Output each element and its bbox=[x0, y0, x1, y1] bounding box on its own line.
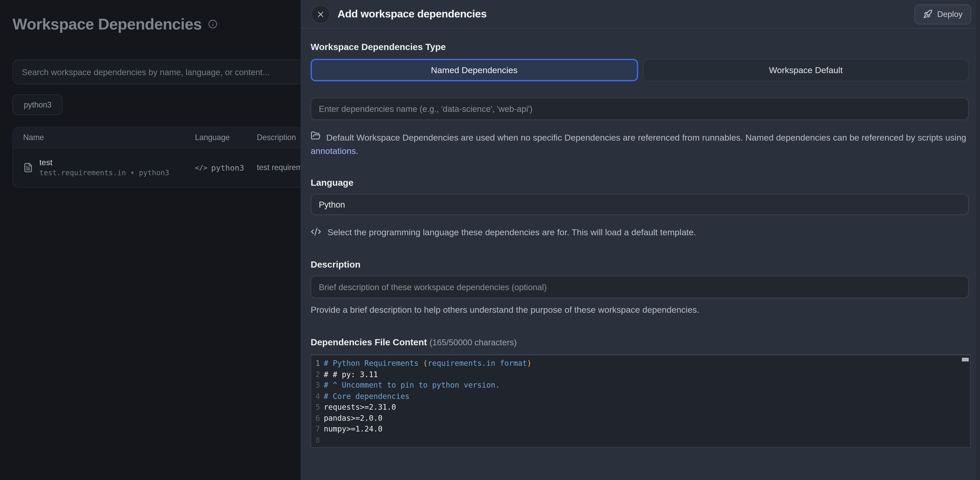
description-section-label: Description bbox=[310, 260, 360, 270]
info-icon[interactable] bbox=[208, 19, 218, 29]
content-section-label: Dependencies File Content (165/50000 cha… bbox=[310, 337, 517, 347]
language-select[interactable]: Python bbox=[310, 194, 969, 215]
modal-header: Add workspace dependencies Deploy bbox=[301, 0, 980, 29]
code-line: 4# Core dependencies bbox=[311, 391, 970, 402]
type-help-after: . bbox=[356, 146, 358, 156]
editor-scrollbar-thumb[interactable] bbox=[962, 358, 969, 362]
dependency-language: python3 bbox=[211, 163, 244, 172]
language-section-label: Language bbox=[310, 177, 353, 188]
column-header-language: Language bbox=[195, 133, 247, 142]
description-input[interactable] bbox=[310, 276, 969, 298]
annotations-link[interactable]: annotations bbox=[310, 146, 356, 156]
code-line: 6pandas>=2.0.0 bbox=[311, 413, 970, 424]
deploy-label: Deploy bbox=[937, 10, 963, 19]
code-line: 7numpy>=1.24.0 bbox=[311, 424, 970, 435]
type-section-label: Workspace Dependencies Type bbox=[310, 42, 445, 52]
search-input[interactable] bbox=[13, 59, 350, 85]
dependency-file-info: test.requirements.in • python3 bbox=[40, 167, 169, 177]
rocket-icon bbox=[923, 10, 932, 19]
close-icon bbox=[316, 10, 325, 19]
type-help-text: Default Workspace Dependencies are used … bbox=[310, 131, 969, 158]
modal-title: Add workspace dependencies bbox=[337, 8, 487, 20]
char-count: (165/50000 characters) bbox=[430, 338, 517, 347]
page-title: Workspace Dependencies bbox=[13, 15, 202, 33]
code-icon: </> bbox=[195, 163, 207, 172]
language-help-text: Select the programming language these de… bbox=[328, 227, 696, 237]
close-button[interactable] bbox=[311, 5, 330, 23]
language-help: Select the programming language these de… bbox=[310, 226, 696, 237]
toggle-workspace-default[interactable]: Workspace Default bbox=[643, 59, 969, 81]
filter-chip-python3[interactable]: python3 bbox=[13, 94, 63, 115]
column-header-name: Name bbox=[13, 133, 195, 142]
code-line: 1# Python Requirements (requirements.in … bbox=[311, 359, 970, 370]
type-help-before: Default Workspace Dependencies are used … bbox=[326, 132, 966, 143]
modal-scrollbar[interactable] bbox=[976, 0, 980, 480]
deploy-button[interactable]: Deploy bbox=[914, 4, 971, 24]
toggle-named-dependencies[interactable]: Named Dependencies bbox=[310, 59, 638, 81]
dependencies-type-toggle: Named Dependencies Workspace Default bbox=[310, 59, 969, 81]
code-line: 5requests>=2.31.0 bbox=[311, 402, 970, 413]
description-help-text: Provide a brief description to help othe… bbox=[310, 305, 699, 314]
add-workspace-dependencies-modal: Add workspace dependencies Deploy Worksp… bbox=[301, 0, 980, 480]
file-text-icon bbox=[23, 162, 33, 173]
folder-open-icon bbox=[310, 131, 326, 140]
code-lines: 1# Python Requirements (requirements.in … bbox=[311, 355, 970, 446]
app-viewport: Workspace Dependencies python3 Name Lang… bbox=[0, 0, 980, 480]
language-value: Python bbox=[319, 200, 345, 209]
code-line: 3# ^ Uncomment to pin to python version. bbox=[311, 380, 970, 391]
dependencies-file-editor[interactable]: 1# Python Requirements (requirements.in … bbox=[310, 354, 970, 448]
code-icon bbox=[310, 226, 321, 237]
code-line: 2# # py: 3.11 bbox=[311, 369, 970, 380]
dependency-name: test bbox=[40, 158, 169, 167]
code-line: 8 bbox=[311, 435, 970, 446]
dependencies-name-input[interactable] bbox=[310, 97, 969, 120]
content-label-text: Dependencies File Content bbox=[310, 337, 427, 347]
